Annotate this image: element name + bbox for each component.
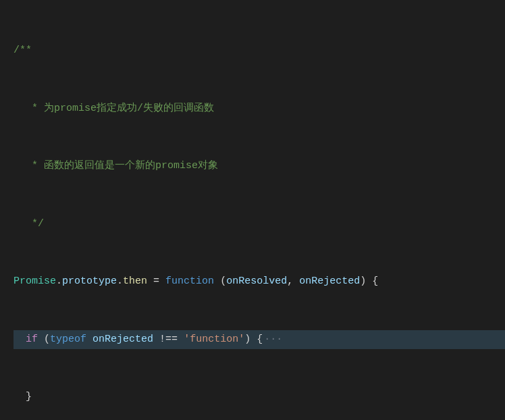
indent (14, 388, 26, 407)
param: onResolved (226, 272, 287, 292)
punct: ( (220, 272, 226, 292)
code-line: Promise.prototype.then = function (onRes… (14, 272, 505, 292)
space (86, 330, 92, 350)
punct: ( (44, 330, 50, 350)
string: 'function' (184, 330, 244, 350)
space (38, 330, 44, 350)
identifier: prototype (62, 272, 117, 292)
code-line: } (14, 388, 505, 407)
comment-text: */ (14, 215, 44, 234)
operator: = (147, 272, 165, 292)
code-line: * 函数的返回值是一个新的promise对象 (14, 157, 505, 176)
operator: !== (153, 330, 184, 350)
code-line: if (typeof onRejected !== 'function') {·… (14, 330, 505, 350)
keyword: typeof (50, 330, 86, 350)
identifier: onRejected (92, 330, 153, 350)
keyword: if (26, 330, 38, 350)
punct: . (56, 272, 62, 292)
comment-text: /** (14, 41, 32, 61)
identifier: Promise (14, 272, 56, 292)
param: onRejected (299, 272, 360, 292)
keyword: function (165, 272, 214, 292)
fold-icon[interactable]: ··· (264, 330, 282, 350)
punct: , (287, 272, 299, 292)
code-editor[interactable]: /** * 为promise指定成功/失败的回调函数 * 函数的返回值是一个新的… (0, 0, 505, 420)
punct: ) (360, 272, 366, 292)
comment-text: * 为promise指定成功/失败的回调函数 (14, 99, 214, 119)
code-line: * 为promise指定成功/失败的回调函数 (14, 99, 505, 119)
code-line: /** (14, 41, 505, 61)
indent (14, 330, 26, 350)
punct: } (26, 388, 32, 407)
punct: . (117, 272, 123, 292)
space (214, 272, 220, 292)
punct: { (250, 330, 263, 350)
comment-text: * 函数的返回值是一个新的promise对象 (14, 157, 218, 176)
code-line: */ (14, 215, 505, 234)
punct: { (366, 272, 378, 292)
punct: ) (244, 330, 250, 350)
identifier: then (123, 272, 147, 292)
